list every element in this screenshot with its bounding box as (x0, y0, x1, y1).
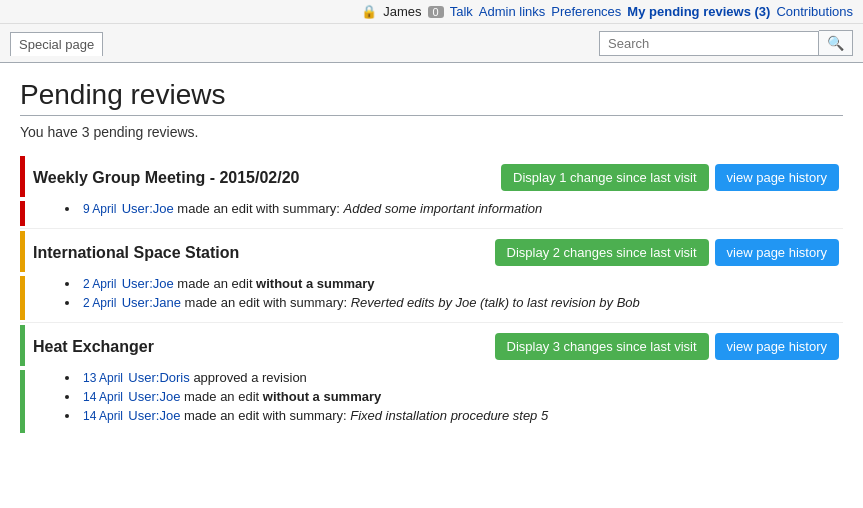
search-bar-row: Special page 🔍 (0, 24, 863, 63)
admin-links-link[interactable]: Admin links (479, 4, 545, 19)
edit-line: 9 April User:Joe made an edit with summa… (65, 201, 843, 216)
review-edits-international-space-station: 2 April User:Joe made an edit without a … (20, 276, 843, 320)
special-page-label: Special page (10, 32, 103, 56)
edit-user[interactable]: User:Joe (122, 201, 174, 216)
edit-date: 13 April (83, 371, 126, 385)
search-button[interactable]: 🔍 (819, 30, 853, 56)
edit-date: 14 April (83, 390, 126, 404)
edit-user[interactable]: User:Joe (122, 276, 174, 291)
edit-date: 2 April (83, 277, 120, 291)
talk-link[interactable]: Talk (450, 4, 473, 19)
btn-history-heat-exchanger[interactable]: view page history (715, 333, 839, 360)
edit-date: 2 April (83, 296, 120, 310)
user-icon: 🔒 (361, 4, 377, 19)
main-content: Pending reviews You have 3 pending revie… (0, 63, 863, 449)
btn-display-heat-exchanger[interactable]: Display 3 changes since last visit (495, 333, 709, 360)
reviews-container: Weekly Group Meeting - 2015/02/20Display… (20, 156, 843, 433)
review-edits-weekly-group-meeting: 9 April User:Joe made an edit with summa… (20, 201, 843, 226)
edit-line: 2 April User:Joe made an edit without a … (65, 276, 843, 291)
btn-history-weekly-group-meeting[interactable]: view page history (715, 164, 839, 191)
btn-display-international-space-station[interactable]: Display 2 changes since last visit (495, 239, 709, 266)
edit-line: 14 April User:Joe made an edit with summ… (65, 408, 843, 423)
review-header-heat-exchanger: Heat ExchangerDisplay 3 changes since la… (20, 325, 843, 366)
btn-group-heat-exchanger: Display 3 changes since last visitview p… (495, 333, 839, 360)
btn-display-weekly-group-meeting[interactable]: Display 1 change since last visit (501, 164, 709, 191)
review-header-weekly-group-meeting: Weekly Group Meeting - 2015/02/20Display… (20, 156, 843, 197)
notif-badge[interactable]: 0 (428, 6, 444, 18)
edit-line: 14 April User:Joe made an edit without a… (65, 389, 843, 404)
edit-summary: Fixed installation procedure step 5 (350, 408, 548, 423)
review-header-international-space-station: International Space StationDisplay 2 cha… (20, 231, 843, 272)
preferences-link[interactable]: Preferences (551, 4, 621, 19)
review-title-weekly-group-meeting: Weekly Group Meeting - 2015/02/20 (25, 169, 501, 187)
edit-date: 14 April (83, 409, 126, 423)
edit-date: 9 April (83, 202, 120, 216)
btn-history-international-space-station[interactable]: view page history (715, 239, 839, 266)
contributions-link[interactable]: Contributions (776, 4, 853, 19)
search-container: 🔍 (599, 30, 853, 56)
pending-reviews-link[interactable]: My pending reviews (3) (627, 4, 770, 19)
topbar: 🔒 James 0 Talk Admin links Preferences M… (0, 0, 863, 24)
edit-line: 13 April User:Doris approved a revision (65, 370, 843, 385)
review-title-heat-exchanger: Heat Exchanger (25, 338, 495, 356)
edit-user[interactable]: User:Joe (128, 389, 180, 404)
edit-summary: Reverted edits by Joe (talk) to last rev… (351, 295, 640, 310)
edit-line: 2 April User:Jane made an edit with summ… (65, 295, 843, 310)
btn-group-international-space-station: Display 2 changes since last visitview p… (495, 239, 839, 266)
page-title: Pending reviews (20, 79, 843, 116)
username: James (383, 4, 421, 19)
review-edits-heat-exchanger: 13 April User:Doris approved a revision1… (20, 370, 843, 433)
subtitle: You have 3 pending reviews. (20, 124, 843, 140)
search-input[interactable] (599, 31, 819, 56)
edit-bold: without a summary (256, 276, 374, 291)
edit-user[interactable]: User:Joe (128, 408, 180, 423)
edit-summary: Added some important information (344, 201, 543, 216)
edit-bold: without a summary (263, 389, 381, 404)
review-title-international-space-station: International Space Station (25, 244, 495, 262)
btn-group-weekly-group-meeting: Display 1 change since last visitview pa… (501, 164, 839, 191)
edit-user[interactable]: User:Doris (128, 370, 189, 385)
edit-user[interactable]: User:Jane (122, 295, 181, 310)
